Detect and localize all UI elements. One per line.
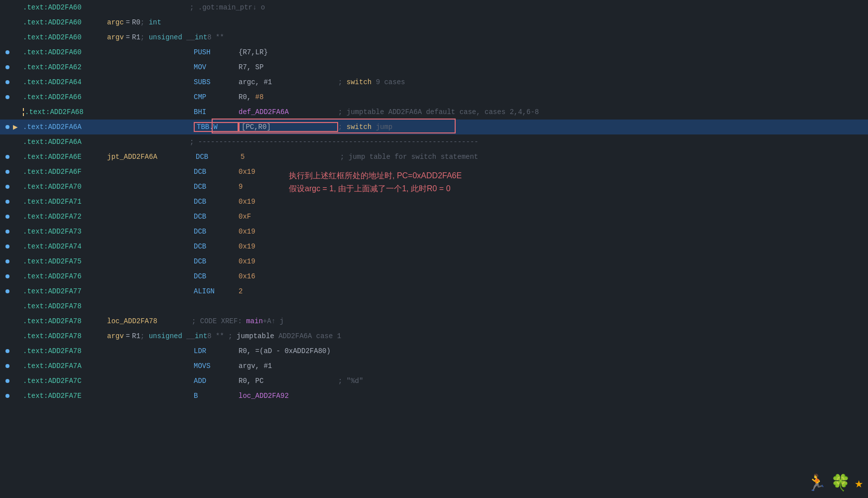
address-label: .text:ADD2FA70 [23, 183, 105, 191]
assign-op: = [126, 18, 130, 26]
breakpoint-dot [5, 274, 9, 278]
code-line: .text:ADD2FA72DCB0xF [0, 209, 868, 224]
breakpoint-col [2, 230, 13, 234]
assign-op: = [126, 332, 130, 340]
var-name: argv [107, 332, 124, 340]
code-line: .text:ADD2FA78loc_ADD2FA78; CODE XREF: m… [0, 314, 868, 329]
breakpoint-dot [5, 125, 9, 129]
operand: [PC,R0] [239, 122, 338, 132]
breakpoint-col [2, 80, 13, 84]
mnemonic: DCB [194, 272, 239, 280]
breakpoint-dot [5, 80, 9, 84]
mnemonic: LDR [194, 347, 239, 355]
operand: 0x19 [239, 257, 338, 265]
breakpoint-col [2, 274, 13, 278]
operand: 0x19 [239, 243, 338, 250]
breakpoint-dot [5, 215, 9, 219]
mnemonic: TBB.W [194, 122, 239, 132]
mnemonic: CMP [194, 93, 239, 101]
var-name: argc [107, 18, 124, 26]
breakpoint-dot [5, 349, 9, 353]
operand: argc, #1 [239, 78, 338, 86]
breakpoint-dot [5, 185, 9, 189]
breakpoint-col [2, 289, 13, 293]
mnemonic: BHI [194, 108, 239, 116]
code-line: .text:ADD2FA68BHIdef_ADD2FA6A; jumptable… [0, 105, 868, 120]
breakpoint-dot [5, 289, 9, 293]
deco-star-icon: ★ [855, 475, 863, 492]
address-label: .text:ADD2FA6F [23, 168, 105, 176]
reg-value: R1 [132, 332, 140, 340]
mnemonic: DCB [194, 257, 239, 265]
breakpoint-dot [5, 245, 9, 249]
code-line: .text:ADD2FA6Ejpt_ADD2FA6ADCB5; jump tab… [0, 149, 868, 164]
decorative-items: 🏃 🍀 ★ [807, 473, 863, 493]
breakpoint-dot [5, 379, 9, 383]
address-label: .text:ADD2FA72 [23, 213, 105, 221]
address-label: .text:ADD2FA78 [23, 332, 105, 340]
mnemonic: DCB [194, 213, 239, 221]
reg-value: R0 [132, 18, 140, 26]
code-line: .text:ADD2FA60PUSH{R7,LR} [0, 45, 868, 60]
breakpoint-col [2, 65, 13, 69]
breakpoint-dot [5, 230, 9, 234]
breakpoint-col [2, 155, 13, 159]
address-label: .text:ADD2FA60 [23, 18, 105, 26]
operand: argv, #1 [239, 362, 338, 370]
breakpoint-dot [5, 50, 9, 54]
breakpoint-col [2, 95, 13, 99]
breakpoint-col [2, 125, 13, 129]
breakpoint-col [2, 200, 13, 204]
breakpoint-dot [5, 394, 9, 398]
address-label: .text:ADD2FA74 [23, 243, 105, 250]
mnemonic: ADD [194, 377, 239, 385]
address-label: .text:ADD2FA6A [23, 138, 105, 146]
code-line: .text:ADD2FA73DCB0x19 [0, 224, 868, 239]
code-line: .text:ADD2FA78argv=R1; unsigned __int8 *… [0, 329, 868, 344]
breakpoint-dot [5, 200, 9, 204]
mnemonic: DCB [194, 168, 239, 176]
address-label: .text:ADD2FA7C [23, 377, 105, 385]
comment: ; --------------------------------------… [190, 138, 479, 146]
mnemonic: MOV [194, 63, 239, 71]
code-line: .text:ADD2FA76DCB0x16 [0, 269, 868, 284]
operand: R0, #8 [239, 93, 338, 101]
operand: R7, SP [239, 63, 338, 71]
address-label: .text:ADD2FA68 [23, 108, 105, 116]
code-line: .text:ADD2FA7EBloc_ADD2FA92 [0, 388, 868, 403]
mnemonic: DCB [194, 183, 239, 191]
code-line: .text:ADD2FA7AMOVSargv, #1 [0, 359, 868, 374]
breakpoint-dot [5, 364, 9, 368]
arrow-col: ▶ [13, 122, 23, 132]
label-name: loc_ADD2FA78 [107, 317, 192, 325]
comment: ; unsigned __int8 ** ; jumptable ADD2FA6… [140, 332, 341, 340]
operand: 5 [241, 153, 340, 161]
operand: {R7,LR} [239, 48, 338, 56]
code-line: .text:ADD2FA60; .got:main_ptr↓ o [0, 0, 868, 15]
mnemonic: DCB [196, 153, 241, 161]
address-label: .text:ADD2FA60 [23, 3, 105, 11]
reg-value: R1 [132, 33, 140, 41]
breakpoint-dot [5, 259, 9, 263]
comment: ; jumptable ADD2FA6A default case, cases… [338, 108, 539, 116]
code-line: .text:ADD2FA74DCB0x19 [0, 239, 868, 254]
comment: ; switch jump [338, 123, 392, 131]
code-line: .text:ADD2FA7CADDR0, PC; "%d" [0, 374, 868, 388]
mnemonic: B [194, 392, 239, 400]
operand: def_ADD2FA6A [239, 108, 338, 116]
breakpoint-col [2, 170, 13, 174]
operand: 0x16 [239, 272, 338, 280]
address-label: .text:ADD2FA7E [23, 392, 105, 400]
breakpoint-col [2, 215, 13, 219]
code-line: .text:ADD2FA78LDRR0, =(aD - 0xADD2FA80) [0, 344, 868, 359]
code-line: .text:ADD2FA6A; ------------------------… [0, 134, 868, 149]
operand: loc_ADD2FA92 [239, 392, 338, 400]
breakpoint-col [2, 185, 13, 189]
code-line: ▶.text:ADD2FA6ATBB.W[PC,R0]; switch jump [0, 120, 868, 134]
address-label: .text:ADD2FA71 [23, 198, 105, 206]
address-label: .text:ADD2FA7A [23, 362, 105, 370]
address-label: .text:ADD2FA75 [23, 257, 105, 265]
comment: ; CODE XREF: main+A↑ j [192, 317, 284, 325]
mnemonic: DCB [194, 198, 239, 206]
code-line: .text:ADD2FA60argv=R1; unsigned __int8 *… [0, 30, 868, 45]
